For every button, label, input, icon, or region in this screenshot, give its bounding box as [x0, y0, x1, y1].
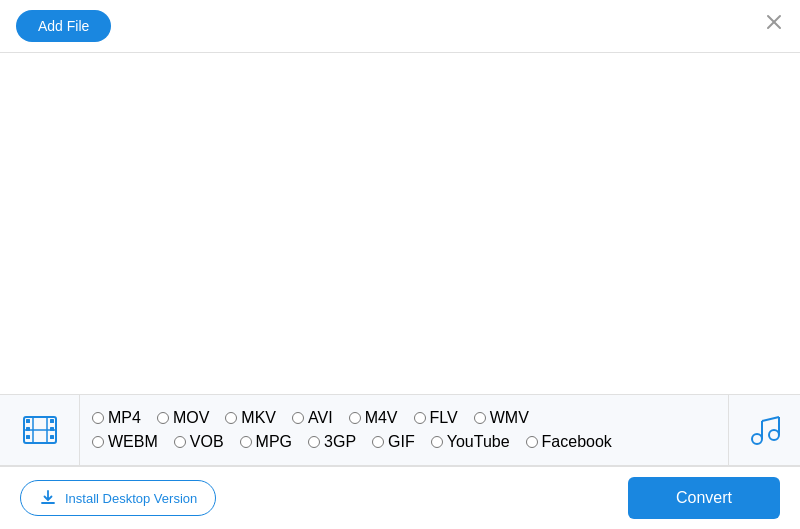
format-option-mov[interactable]: MOV — [157, 409, 209, 427]
close-button[interactable] — [762, 10, 786, 37]
format-option-gif[interactable]: GIF — [372, 433, 415, 451]
format-option-m4v[interactable]: M4V — [349, 409, 398, 427]
radio-youtube[interactable] — [431, 436, 443, 448]
radio-mp4[interactable] — [92, 412, 104, 424]
download-icon — [39, 489, 57, 507]
radio-mov[interactable] — [157, 412, 169, 424]
radio-flv[interactable] — [414, 412, 426, 424]
svg-point-14 — [769, 430, 779, 440]
bottom-bar: Install Desktop Version Convert — [0, 466, 800, 529]
format-option-vob[interactable]: VOB — [174, 433, 224, 451]
radio-wmv[interactable] — [474, 412, 486, 424]
format-option-youtube[interactable]: YouTube — [431, 433, 510, 451]
format-row-2: WEBM VOB MPG 3GP GIF — [92, 433, 716, 451]
install-desktop-button[interactable]: Install Desktop Version — [20, 480, 216, 516]
svg-point-13 — [752, 434, 762, 444]
format-row-1: MP4 MOV MKV AVI M4V — [92, 409, 716, 427]
radio-webm[interactable] — [92, 436, 104, 448]
format-option-mp4[interactable]: MP4 — [92, 409, 141, 427]
radio-avi[interactable] — [292, 412, 304, 424]
music-icon — [746, 411, 784, 449]
format-option-facebook[interactable]: Facebook — [526, 433, 612, 451]
format-option-mkv[interactable]: MKV — [225, 409, 276, 427]
svg-rect-4 — [26, 419, 30, 423]
music-icon-area[interactable] — [728, 394, 800, 466]
format-option-flv[interactable]: FLV — [414, 409, 458, 427]
add-file-button[interactable]: Add File — [16, 10, 111, 42]
svg-rect-6 — [26, 435, 30, 439]
top-bar: Add File — [0, 0, 800, 53]
convert-button[interactable]: Convert — [628, 477, 780, 519]
format-option-webm[interactable]: WEBM — [92, 433, 158, 451]
close-icon — [766, 14, 782, 30]
radio-gif[interactable] — [372, 436, 384, 448]
svg-rect-7 — [50, 419, 54, 423]
film-icon — [19, 409, 61, 451]
radio-3gp[interactable] — [308, 436, 320, 448]
content-area — [0, 53, 800, 394]
format-option-mpg[interactable]: MPG — [240, 433, 292, 451]
film-icon-area — [0, 394, 80, 466]
format-option-wmv[interactable]: WMV — [474, 409, 529, 427]
radio-mkv[interactable] — [225, 412, 237, 424]
app-window: Add File — [0, 0, 800, 529]
svg-rect-9 — [50, 435, 54, 439]
format-bar: MP4 MOV MKV AVI M4V — [0, 394, 800, 466]
format-option-3gp[interactable]: 3GP — [308, 433, 356, 451]
radio-facebook[interactable] — [526, 436, 538, 448]
radio-m4v[interactable] — [349, 412, 361, 424]
format-option-avi[interactable]: AVI — [292, 409, 333, 427]
svg-line-17 — [762, 417, 779, 421]
radio-vob[interactable] — [174, 436, 186, 448]
format-options: MP4 MOV MKV AVI M4V — [80, 400, 728, 460]
radio-mpg[interactable] — [240, 436, 252, 448]
